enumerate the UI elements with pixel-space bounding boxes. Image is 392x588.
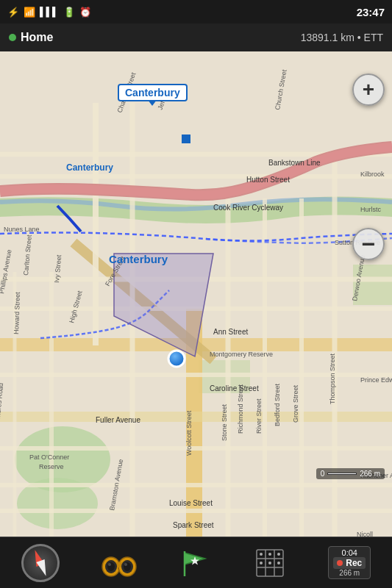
svg-point-87: [260, 562, 263, 564]
compass-outer: [21, 544, 60, 582]
svg-text:Canterbury: Canterbury: [66, 162, 113, 173]
svg-text:Ann Street: Ann Street: [213, 328, 248, 336]
svg-text:Stone Street: Stone Street: [221, 404, 228, 441]
svg-point-89: [277, 562, 280, 564]
svg-text:Bankstown Line: Bankstown Line: [268, 159, 321, 167]
svg-text:Reserve: Reserve: [39, 463, 64, 470]
svg-text:Prince Edw: Prince Edw: [360, 376, 392, 384]
svg-point-88: [268, 562, 271, 564]
svg-text:Grove Street: Grove Street: [292, 384, 299, 423]
svg-rect-26: [182, 135, 190, 143]
scale-line: [327, 473, 357, 475]
zoom-in-button[interactable]: +: [352, 74, 385, 106]
home-label: Home: [21, 31, 53, 44]
scale-value: 0: [321, 470, 325, 478]
svg-text:Canterbury: Canterbury: [109, 253, 168, 265]
zoom-out-icon: −: [362, 231, 376, 258]
svg-text:Kilbrook: Kilbrook: [360, 171, 385, 178]
svg-text:Fuller Avenue: Fuller Avenue: [96, 416, 140, 424]
svg-text:Louise Street: Louise Street: [169, 499, 213, 507]
svg-point-75: [124, 563, 127, 566]
scale-max: 266 m: [360, 470, 380, 478]
svg-marker-76: [185, 553, 205, 575]
usb-icon: ⚡: [7, 7, 19, 18]
svg-text:Woolcott Street: Woolcott Street: [185, 410, 193, 456]
svg-text:Cook River Cycleway: Cook River Cycleway: [213, 204, 283, 212]
svg-point-85: [268, 553, 271, 556]
svg-text:Richmond Street: Richmond Street: [237, 384, 244, 434]
svg-text:Thompson Street: Thompson Street: [329, 353, 336, 404]
map-svg: Charles Street Jeff Church Street Philli…: [0, 51, 392, 537]
grid-button[interactable]: [254, 547, 286, 579]
battery-icon: 🔋: [63, 7, 75, 18]
scale-bar: 0 266 m: [316, 468, 385, 479]
svg-text:Pat O'Conner: Pat O'Conner: [29, 453, 69, 461]
map-area[interactable]: Charles Street Jeff Church Street Philli…: [0, 51, 392, 537]
recording-panel[interactable]: 0:04 Rec 266 m: [328, 546, 371, 579]
status-bar: ⚡ 📶 ▌▌▌ 🔋 ⏰ 23:47: [0, 0, 392, 24]
status-right: 23:47: [357, 6, 385, 18]
binoculars-icon: [101, 549, 137, 577]
compass-needle-south: [36, 559, 50, 577]
svg-text:Nunes Lane: Nunes Lane: [4, 226, 40, 233]
flag-icon: [179, 547, 211, 579]
svg-point-84: [260, 553, 263, 556]
alarm-icon: ⏰: [79, 7, 91, 18]
svg-text:Nicoll: Nicoll: [357, 531, 373, 537]
canterbury-popup: Canterbury: [118, 84, 188, 101]
home-dot: [9, 34, 16, 41]
binoculars-button[interactable]: [101, 545, 137, 581]
status-left-icons: ⚡ 📶 ▌▌▌ 🔋 ⏰: [7, 7, 91, 18]
compass-button[interactable]: [21, 544, 60, 582]
svg-point-74: [108, 563, 111, 566]
bottom-toolbar: 0:04 Rec 266 m: [0, 537, 392, 588]
top-bar: Home 13891.1 km • ETT: [0, 24, 392, 51]
signal-icon: ▌▌▌: [40, 7, 59, 17]
svg-point-66: [168, 351, 185, 367]
rec-dot: [337, 560, 343, 566]
rec-container: 0:04 Rec 266 m: [328, 546, 371, 579]
svg-text:Howard Street: Howard Street: [13, 292, 21, 334]
zoom-in-icon: +: [363, 78, 374, 101]
compass-widget: [21, 544, 60, 582]
rec-button[interactable]: Rec: [333, 557, 366, 569]
svg-text:Montgomery Reserve: Montgomery Reserve: [210, 351, 273, 358]
rec-time: 0:04: [342, 548, 357, 557]
svg-text:Bedford Street: Bedford Street: [274, 383, 281, 426]
rec-label: Rec: [346, 558, 362, 568]
flag-button[interactable]: [179, 547, 211, 579]
wifi-icon: 📶: [24, 7, 35, 18]
zoom-out-button[interactable]: −: [352, 228, 385, 260]
svg-text:Hurlstc: Hurlstc: [360, 206, 382, 213]
svg-text:River Street: River Street: [255, 398, 263, 434]
svg-text:Spark Street: Spark Street: [173, 521, 214, 529]
home-label-container: Home: [9, 31, 53, 44]
status-time: 23:47: [357, 6, 385, 18]
rec-distance: 266 m: [339, 569, 360, 577]
svg-text:Hutton Street: Hutton Street: [246, 176, 290, 184]
svg-point-86: [277, 553, 280, 556]
svg-text:Caroline Street: Caroline Street: [210, 384, 259, 392]
top-bar-info: 13891.1 km • ETT: [301, 32, 383, 43]
grid-icon: [254, 547, 286, 579]
